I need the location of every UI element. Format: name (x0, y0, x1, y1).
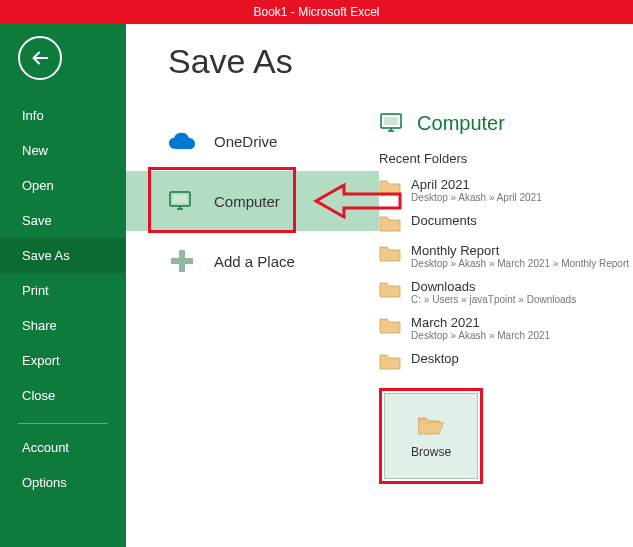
folder-open-icon (412, 415, 450, 437)
nav-save-as[interactable]: Save As (0, 238, 126, 273)
title-bar: Book1 - Microsoft Excel (0, 0, 633, 24)
backstage-sidebar: Info New Open Save Save As Print Share E… (0, 24, 126, 547)
browse-button[interactable]: Browse (384, 393, 478, 479)
nav-open[interactable]: Open (0, 168, 126, 203)
folder-name: Monthly Report (411, 243, 629, 258)
page-title: Save As (168, 42, 633, 81)
folder-item[interactable]: Desktop (379, 346, 629, 376)
right-column: Computer Recent Folders April 2021Deskto… (379, 111, 633, 484)
folder-name: Documents (411, 213, 629, 228)
folder-path: Desktop » Akash » March 2021 » Monthly R… (411, 258, 629, 269)
computer-icon (168, 189, 196, 213)
place-onedrive-label: OneDrive (214, 133, 277, 150)
nav-export[interactable]: Export (0, 343, 126, 378)
folder-name: Downloads (411, 279, 629, 294)
add-place-icon (168, 247, 196, 275)
nav-new[interactable]: New (0, 133, 126, 168)
folder-path: Desktop » Akash » March 2021 (411, 330, 629, 341)
recent-folders-label: Recent Folders (379, 151, 629, 166)
nav-print[interactable]: Print (0, 273, 126, 308)
folder-item[interactable]: DownloadsC: » Users » javaTpoint » Downl… (379, 274, 629, 310)
folder-path: Desktop » Akash » April 2021 (411, 192, 629, 203)
back-arrow-icon (29, 47, 51, 69)
folder-icon (379, 245, 401, 263)
browse-label: Browse (411, 445, 451, 459)
folder-item[interactable]: March 2021Desktop » Akash » March 2021 (379, 310, 629, 346)
folder-icon (379, 317, 401, 335)
folder-name: March 2021 (411, 315, 629, 330)
right-header-label: Computer (417, 112, 505, 135)
nav-account[interactable]: Account (0, 430, 126, 465)
right-header: Computer (379, 111, 629, 135)
folder-icon (379, 281, 401, 299)
nav-share[interactable]: Share (0, 308, 126, 343)
folder-icon (379, 353, 401, 371)
title-text: Book1 - Microsoft Excel (253, 5, 379, 19)
place-computer-label: Computer (214, 193, 280, 210)
computer-header-icon (379, 111, 407, 135)
content-area: Save As OneDrive Computer (126, 24, 633, 547)
svg-rect-1 (173, 195, 187, 203)
folder-path: C: » Users » javaTpoint » Downloads (411, 294, 629, 305)
back-button[interactable] (18, 36, 62, 80)
onedrive-icon (168, 131, 196, 151)
folder-name: Desktop (411, 351, 629, 366)
folder-item[interactable]: Monthly ReportDesktop » Akash » March 20… (379, 238, 629, 274)
place-add-label: Add a Place (214, 253, 295, 270)
place-add[interactable]: Add a Place (126, 231, 379, 291)
places-column: OneDrive Computer (126, 111, 379, 484)
place-onedrive[interactable]: OneDrive (126, 111, 379, 171)
nav-options[interactable]: Options (0, 465, 126, 500)
nav-info[interactable]: Info (0, 98, 126, 133)
annotation-arrow-icon (312, 179, 402, 223)
nav-save[interactable]: Save (0, 203, 126, 238)
svg-rect-3 (384, 117, 398, 125)
nav-divider (18, 423, 108, 424)
folder-item[interactable]: Documents (379, 208, 629, 238)
folder-item[interactable]: April 2021Desktop » Akash » April 2021 (379, 172, 629, 208)
annotation-red-box-browse: Browse (379, 388, 483, 484)
folder-name: April 2021 (411, 177, 629, 192)
recent-folders-list: April 2021Desktop » Akash » April 2021Do… (379, 172, 629, 376)
nav-close[interactable]: Close (0, 378, 126, 413)
